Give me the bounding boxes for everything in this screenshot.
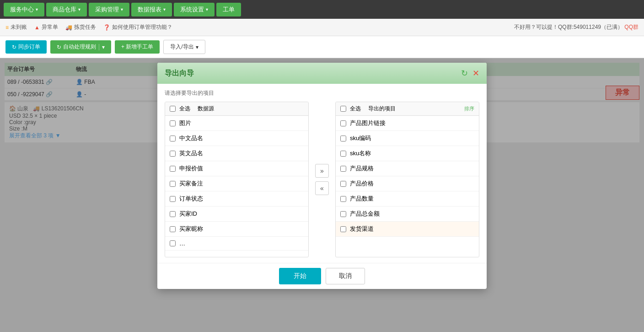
left-panel: 全选 数据源 图片 中文品名 [165,102,309,257]
select-all-right-label: 全选 [350,105,361,113]
content-area: 平台订单号 物流 金额 089 / -0653831 🔗 👤 FBA USD 1… [0,58,644,332]
modal-subtitle: 请选择要导出的项目 [165,89,479,97]
subnav-qq-info: 不好用？可以提！QQ群:549011249（已满） QQ群 [514,23,639,31]
item-order-status-label: 订单状态 [179,195,203,203]
item-sku-name-checkbox[interactable] [340,151,346,157]
list-item-shipping-channel: 发货渠道 [336,222,479,237]
modal-overlay: 导出向导 ↻ ✕ 请选择要导出的项目 全选 数据源 [0,58,644,332]
list-item: … [165,237,308,250]
item-image-label: 图片 [179,119,191,127]
item-product-image-link-checkbox[interactable] [340,120,346,126]
modal-header: 导出向导 ↻ ✕ [157,63,487,84]
item-product-spec-label: 产品规格 [350,164,374,173]
item-buyer-nickname-checkbox[interactable] [170,226,176,232]
list-item: 订单状态 [165,191,308,207]
dropdown-arrow-icon: ▾ [196,44,199,50]
item-shipping-channel-label: 发货渠道 [350,225,374,233]
item-product-price-label: 产品价格 [350,180,374,188]
modal-close-icon[interactable]: ✕ [472,68,479,78]
top-navigation: 服务中心 ▾ 商品仓库 ▾ 采购管理 ▾ 数据报表 ▾ 系统设置 ▾ 工单 [0,0,644,19]
modal-body: 请选择要导出的项目 全选 数据源 图片 [157,84,487,263]
list-icon: ≡ [5,24,9,31]
cancel-button[interactable]: 取消 [326,268,365,284]
transfer-buttons: » « [312,102,332,257]
sub-navigation: ≡ 未到账 ▲ 异常单 🚚 拣货任务 ❓ 如何使用订单管理功能？ 不好用？可以提… [0,19,644,36]
item-more-checkbox[interactable] [170,240,176,246]
nav-service-center[interactable]: 服务中心 ▾ [4,3,44,16]
select-all-left-label: 全选 [179,105,190,113]
nav-data-reports[interactable]: 数据报表 ▾ [131,3,172,16]
transfer-back-button[interactable]: « [315,181,329,195]
nav-products[interactable]: 商品仓库 ▾ [46,3,87,16]
nav-arrow: ▾ [163,7,166,12]
modal-footer: 开始 取消 [157,263,487,289]
item-sku-code-checkbox[interactable] [340,136,346,142]
item-buyer-note-label: 买家备注 [179,180,203,188]
item-sku-name-label: sku名称 [350,149,371,158]
item-shipping-channel-checkbox[interactable] [340,226,346,232]
item-chinese-name-checkbox[interactable] [170,136,176,142]
left-panel-body: 图片 中文品名 英文品名 [165,116,308,257]
item-product-quantity-checkbox[interactable] [340,196,346,202]
import-export-button[interactable]: 导入/导出 ▾ [163,40,205,54]
right-panel-body: 产品图片链接 sku编码 sku名称 [336,116,479,257]
sync-icon: ↻ [12,44,16,50]
item-buyer-note-checkbox[interactable] [170,181,176,187]
nav-procurement[interactable]: 采购管理 ▾ [89,3,129,16]
datasource-label: 数据源 [198,105,214,113]
select-all-right-checkbox[interactable] [340,106,346,112]
list-item: 图片 [165,116,308,131]
modal-refresh-icon[interactable]: ↻ [461,68,468,78]
sync-order-button[interactable]: ↻ 同步订单 [5,40,47,54]
right-panel-header: 全选 导出的项目 排序 [336,102,479,116]
item-english-name-label: 英文品名 [179,149,203,158]
list-item: 买家备注 [165,176,308,191]
dropdown-arrow-icon: ▾ [99,44,105,50]
warn-icon: ▲ [34,24,40,31]
modal-title: 导出向导 [165,69,194,78]
subnav-picking[interactable]: 🚚 拣货任务 [65,23,96,31]
item-product-image-link-label: 产品图片链接 [350,119,386,127]
item-order-status-checkbox[interactable] [170,196,176,202]
list-item: 产品规格 [336,161,479,176]
subnav-abnormal[interactable]: ▲ 异常单 [34,23,58,31]
nav-tools[interactable]: 工单 [216,3,241,16]
auto-rules-button[interactable]: ↻ 自动处理规则 ▾ [50,40,111,54]
main-toolbar: ↻ 同步订单 ↻ 自动处理规则 ▾ + 新增手工单 导入/导出 ▾ [0,36,644,58]
item-product-spec-checkbox[interactable] [340,166,346,172]
list-item: 买家ID [165,207,308,222]
nav-arrow: ▾ [78,7,80,12]
list-item: 中文品名 [165,131,308,146]
item-image-checkbox[interactable] [170,120,176,126]
item-product-total-label: 产品总金额 [350,210,380,218]
item-product-total-checkbox[interactable] [340,211,346,217]
export-items-label: 导出的项目 [368,105,396,113]
list-item: 买家昵称 [165,222,308,237]
list-item: 产品总金额 [336,207,479,222]
item-english-name-checkbox[interactable] [170,151,176,157]
list-item: 英文品名 [165,146,308,161]
item-buyer-nickname-label: 买家昵称 [179,225,203,233]
nav-arrow: ▾ [36,7,38,12]
modal-header-actions: ↻ ✕ [461,68,479,78]
subnav-help[interactable]: ❓ 如何使用订单管理功能？ [103,23,172,31]
nav-arrow: ▾ [206,7,208,12]
item-more-label: … [179,240,185,247]
nav-system-settings[interactable]: 系统设置 ▾ [174,3,215,16]
transfer-forward-button[interactable]: » [315,164,329,178]
item-buyer-id-checkbox[interactable] [170,211,176,217]
left-panel-header: 全选 数据源 [165,102,308,116]
list-item: sku编码 [336,131,479,146]
start-button[interactable]: 开始 [279,268,321,284]
sort-label[interactable]: 排序 [464,105,474,112]
modal-columns: 全选 数据源 图片 中文品名 [165,102,479,257]
item-sku-code-label: sku编码 [350,134,371,142]
list-item: 产品图片链接 [336,116,479,131]
item-declared-value-checkbox[interactable] [170,166,176,172]
new-manual-order-button[interactable]: + 新增手工单 [115,40,160,54]
subnav-unaccounted[interactable]: ≡ 未到账 [5,23,27,31]
item-product-price-checkbox[interactable] [340,181,346,187]
select-all-left-checkbox[interactable] [170,106,176,112]
qq-link[interactable]: QQ群 [624,24,639,30]
item-declared-value-label: 申报价值 [179,164,203,173]
